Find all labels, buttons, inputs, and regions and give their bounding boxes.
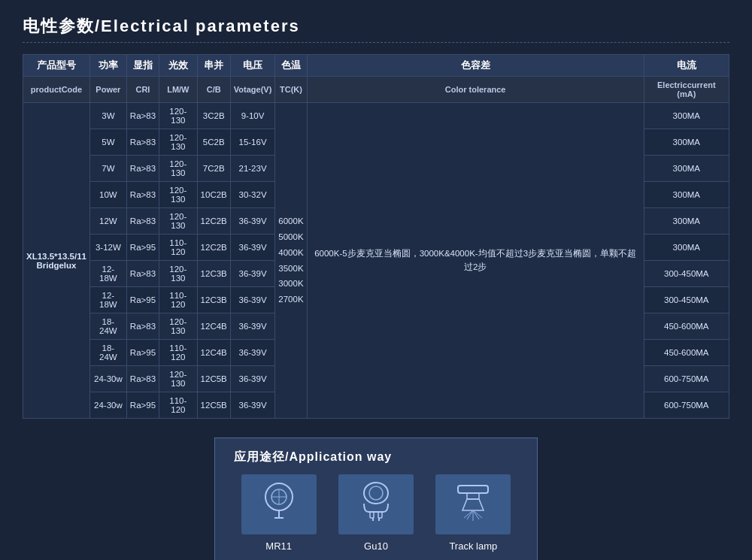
lmw-cell: 120-130 (159, 156, 198, 182)
page-wrapper: 电性参数/Electrical parameters 产品型号 功率 显指 光效… (0, 0, 752, 560)
lmw-cell: 120-130 (159, 313, 198, 340)
tc-cell: 6000K 5000K 4000K 3500K 3000K 2700K (275, 103, 307, 419)
voltage-cell: 21-23V (230, 156, 275, 182)
power-cell: 12W (89, 208, 126, 235)
cb-cell: 3C2B (197, 103, 230, 129)
svg-rect-13 (467, 493, 479, 499)
cb-cell: 12C5B (197, 392, 230, 419)
svg-rect-8 (370, 512, 374, 518)
current-cell: 300MA (644, 235, 729, 261)
lamp-icon-track (435, 474, 511, 534)
current-cell: 600-750MA (644, 366, 729, 392)
lmw-cell: 120-130 (159, 182, 198, 208)
col-subheader-power: Power (89, 77, 126, 103)
table-header-row-1: 产品型号 功率 显指 光效 串并 电压 色温 色容差 电流 (23, 55, 729, 77)
current-cell: 300MA (644, 156, 729, 182)
cri-cell: Ra>83 (126, 156, 159, 182)
col-subheader-voltage: Votage(V) (230, 77, 275, 103)
power-cell: 10W (89, 182, 126, 208)
voltage-cell: 36-39V (230, 261, 275, 287)
voltage-cell: 9-10V (230, 103, 275, 129)
col-subheader-cb: C/B (197, 77, 230, 103)
table-row: XL13.5*13.5/11 Bridgelux3WRa>83120-1303C… (23, 103, 729, 129)
gu10-svg-icon (353, 482, 399, 527)
voltage-cell: 36-39V (230, 235, 275, 261)
col-subheader-productcode: productCode (23, 77, 90, 103)
cri-cell: Ra>83 (126, 208, 159, 235)
cri-cell: Ra>95 (126, 235, 159, 261)
current-cell: 600-750MA (644, 392, 729, 419)
cb-cell: 12C3B (197, 287, 230, 313)
table-container: 产品型号 功率 显指 光效 串并 电压 色温 色容差 电流 productCod… (23, 54, 729, 419)
power-cell: 24-30w (89, 366, 126, 392)
electrical-params-table: 产品型号 功率 显指 光效 串并 电压 色温 色容差 电流 productCod… (23, 54, 729, 419)
voltage-cell: 36-39V (230, 313, 275, 340)
cri-cell: Ra>83 (126, 366, 159, 392)
power-cell: 12-18W (89, 261, 126, 287)
col-header-tc-cn: 色温 (275, 55, 307, 77)
power-cell: 24-30w (89, 392, 126, 419)
voltage-cell: 36-39V (230, 366, 275, 392)
col-header-product-cn: 产品型号 (23, 55, 90, 77)
lamp-icon-mr11 (241, 474, 317, 534)
current-cell: 300-450MA (644, 287, 729, 313)
cri-cell: Ra>83 (126, 129, 159, 156)
power-cell: 18-24W (89, 340, 126, 366)
cri-cell: Ra>83 (126, 103, 159, 129)
lmw-cell: 120-130 (159, 129, 198, 156)
cb-cell: 5C2B (197, 129, 230, 156)
lmw-cell: 110-120 (159, 287, 198, 313)
cri-cell: Ra>95 (126, 287, 159, 313)
lmw-cell: 120-130 (159, 261, 198, 287)
col-header-voltage-cn: 电压 (230, 55, 275, 77)
cb-cell: 10C2B (197, 182, 230, 208)
cb-cell: 12C4B (197, 340, 230, 366)
col-header-current-cn: 电流 (644, 55, 729, 77)
col-subheader-tc: TC(K) (275, 77, 307, 103)
cri-cell: Ra>83 (126, 313, 159, 340)
section-title: 电性参数/Electrical parameters (23, 15, 729, 43)
lamp-label-track: Track lamp (449, 540, 497, 552)
svg-rect-9 (378, 512, 382, 518)
current-cell: 450-600MA (644, 340, 729, 366)
cri-cell: Ra>83 (126, 182, 159, 208)
cri-cell: Ra>83 (126, 261, 159, 287)
lmw-cell: 110-120 (159, 340, 198, 366)
svg-rect-12 (458, 486, 488, 493)
lmw-cell: 110-120 (159, 235, 198, 261)
voltage-cell: 36-39V (230, 208, 275, 235)
lamp-item-gu10: Gu10 (338, 474, 414, 552)
current-cell: 300MA (644, 208, 729, 235)
col-subheader-colortol: Color tolerance (307, 77, 644, 103)
track-lamp-svg-icon (450, 482, 496, 527)
bottom-section: 应用途径/Application way (23, 437, 729, 560)
voltage-cell: 15-16V (230, 129, 275, 156)
svg-point-7 (369, 486, 383, 500)
col-subheader-lmw: LM/W (159, 77, 198, 103)
col-header-colortol-cn: 色容差 (307, 55, 644, 77)
col-header-power-cn: 功率 (89, 55, 126, 77)
table-header-row-2: productCode Power CRI LM/W C/B Votage(V)… (23, 77, 729, 103)
product-code-cell: XL13.5*13.5/11 Bridgelux (23, 103, 90, 419)
cb-cell: 7C2B (197, 156, 230, 182)
current-cell: 300MA (644, 182, 729, 208)
lmw-cell: 120-130 (159, 366, 198, 392)
current-cell: 300-450MA (644, 261, 729, 287)
power-cell: 12-18W (89, 287, 126, 313)
power-cell: 3W (89, 103, 126, 129)
voltage-cell: 36-39V (230, 340, 275, 366)
lamp-item-mr11: MR11 (241, 474, 317, 552)
lamp-label-gu10: Gu10 (364, 540, 388, 552)
lamp-icons-container: MR11 (234, 474, 518, 552)
cb-cell: 12C3B (197, 261, 230, 287)
svg-point-6 (364, 483, 388, 504)
col-header-cri-cn: 显指 (126, 55, 159, 77)
col-header-lmw-cn: 光效 (159, 55, 198, 77)
mr11-svg-icon (256, 482, 302, 527)
cri-cell: Ra>95 (126, 392, 159, 419)
cb-cell: 12C5B (197, 366, 230, 392)
application-box: 应用途径/Application way (214, 437, 538, 560)
current-cell: 300MA (644, 129, 729, 156)
lamp-item-track: Track lamp (435, 474, 511, 552)
col-subheader-cri: CRI (126, 77, 159, 103)
